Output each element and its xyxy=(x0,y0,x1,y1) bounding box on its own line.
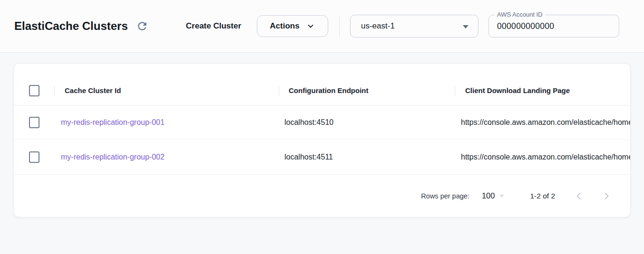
cache-cluster-id-cell: my-redis-replication-group-001 xyxy=(54,118,279,127)
table-row: my-redis-replication-group-001 localhost… xyxy=(14,105,630,140)
aws-account-id-label: AWS Account ID xyxy=(495,11,545,18)
column-separator xyxy=(279,85,279,96)
chevron-down-icon xyxy=(306,21,315,31)
refresh-icon xyxy=(136,20,148,32)
column-header-client-download-landing-page[interactable]: Client Download Landing Page xyxy=(455,86,630,94)
caret-down-icon xyxy=(463,25,468,28)
previous-page-button[interactable] xyxy=(569,187,588,206)
actions-button-label: Actions xyxy=(270,21,299,31)
next-page-button[interactable] xyxy=(597,187,616,206)
client-download-landing-page-cell: https://console.aws.amazon.com/elasticac… xyxy=(455,118,630,127)
row-checkbox[interactable] xyxy=(29,151,39,163)
page-title: ElastiCache Clusters xyxy=(14,19,128,33)
cluster-link[interactable]: my-redis-replication-group-002 xyxy=(61,153,165,161)
column-header-configuration-endpoint[interactable]: Configuration Endpoint xyxy=(279,86,455,94)
header-checkbox-cell xyxy=(14,85,54,96)
rows-per-page-select[interactable]: 100 xyxy=(482,191,505,200)
table-row: my-redis-replication-group-002 localhost… xyxy=(14,140,630,175)
region-selector[interactable]: us-east-1 xyxy=(350,15,478,38)
rows-per-page-label: Rows per page: xyxy=(421,192,469,200)
row-checkbox-cell xyxy=(14,151,54,163)
rows-per-page-value: 100 xyxy=(482,191,495,200)
header-divider xyxy=(339,16,340,37)
clusters-table-card: Cache Cluster Id Configuration Endpoint … xyxy=(13,63,631,217)
column-separator xyxy=(54,85,55,96)
cache-cluster-id-cell: my-redis-replication-group-002 xyxy=(54,153,279,161)
pagination-range-label: 1-2 of 2 xyxy=(530,192,555,200)
aws-account-id-field: AWS Account ID xyxy=(488,15,619,38)
chevron-left-icon xyxy=(573,190,585,202)
refresh-button[interactable] xyxy=(135,19,150,34)
select-all-checkbox[interactable] xyxy=(29,85,39,96)
aws-account-id-input[interactable] xyxy=(489,15,619,37)
table-header-row: Cache Cluster Id Configuration Endpoint … xyxy=(14,76,630,105)
top-bar: ElastiCache Clusters Create Cluster Acti… xyxy=(0,0,644,53)
configuration-endpoint-cell: localhost:4510 xyxy=(279,118,455,127)
client-download-landing-page-cell: https://console.aws.amazon.com/elasticac… xyxy=(455,153,630,161)
column-separator xyxy=(455,85,455,96)
create-cluster-button[interactable]: Create Cluster xyxy=(186,21,241,31)
actions-button[interactable]: Actions xyxy=(257,15,328,37)
cluster-link[interactable]: my-redis-replication-group-001 xyxy=(61,118,165,126)
configuration-endpoint-cell: localhost:4511 xyxy=(279,153,455,161)
region-selector-value: us-east-1 xyxy=(361,21,395,31)
row-checkbox[interactable] xyxy=(29,117,39,128)
chevron-right-icon xyxy=(601,190,612,202)
table-footer: Rows per page: 100 1-2 of 2 xyxy=(14,175,630,217)
column-header-cache-cluster-id[interactable]: Cache Cluster Id xyxy=(54,86,279,94)
row-checkbox-cell xyxy=(14,117,54,128)
caret-down-icon xyxy=(499,195,504,198)
